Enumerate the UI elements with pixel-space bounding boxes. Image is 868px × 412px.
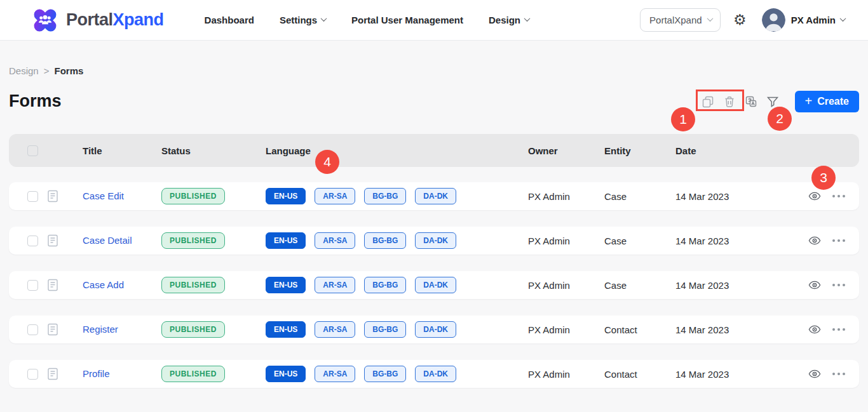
row-checkbox[interactable] [27,369,38,380]
filter-icon[interactable] [766,95,779,108]
chevron-down-icon [321,15,327,22]
entity-cell: Case [596,280,667,291]
breadcrumb-forms: Forms [54,65,83,76]
language-chip[interactable]: AR-SA [315,366,355,382]
table-row: Case Edit PUBLISHED EN-USAR-SABG-BGDA-DK… [9,182,859,210]
status-badge: PUBLISHED [161,277,225,293]
row-actions-menu[interactable] [832,373,845,375]
gear-icon[interactable]: ⚙ [733,13,747,27]
navbar-right: PortalXpand ⚙ PX Admin [640,8,845,32]
chevron-down-icon [524,15,531,22]
language-chip[interactable]: EN-US [266,277,306,293]
title-row: Forms [9,90,859,113]
form-title-link[interactable]: Case Add [83,279,124,290]
language-chips: EN-USAR-SABG-BGDA-DK [266,188,520,204]
document-icon [47,368,58,380]
owner-cell: PX Admin [520,191,596,202]
row-checkbox[interactable] [27,280,38,291]
table-row: Profile PUBLISHED EN-USAR-SABG-BGDA-DK P… [9,360,859,388]
entity-cell: Contact [596,324,667,335]
form-title-link[interactable]: Case Detail [83,235,132,246]
status-badge: PUBLISHED [161,188,225,204]
owner-cell: PX Admin [520,236,596,246]
entity-cell: Case [596,191,667,202]
language-chip[interactable]: BG-BG [364,366,406,382]
portal-select-value: PortalXpand [649,15,702,25]
language-chip[interactable]: BG-BG [364,188,406,204]
language-chip[interactable]: DA-DK [415,366,456,382]
translate-icon[interactable] [745,95,757,108]
column-header-status[interactable]: Status [161,145,266,156]
language-chip[interactable]: DA-DK [415,321,456,338]
language-chip[interactable]: BG-BG [364,232,406,249]
nav-item-portal-user-management[interactable]: Portal User Management [351,15,463,25]
nav-item-settings[interactable]: Settings [280,15,326,25]
plus-icon: + [805,95,813,107]
breadcrumb: Design > Forms [9,65,859,76]
language-chips: EN-USAR-SABG-BGDA-DK [266,277,520,293]
column-header-language[interactable]: Language [266,145,520,156]
eye-icon[interactable] [808,279,821,291]
top-navbar: PortalXpand Dashboard Settings Portal Us… [0,0,868,41]
language-chip[interactable]: EN-US [266,232,306,249]
eye-icon[interactable] [808,190,821,203]
row-actions-menu[interactable] [832,239,845,242]
entity-cell: Contact [596,369,667,380]
chevron-down-icon [707,15,714,22]
table-row: Register PUBLISHED EN-USAR-SABG-BGDA-DK … [9,316,859,343]
language-chip[interactable]: BG-BG [364,321,406,338]
date-cell: 14 Mar 2023 [667,236,750,246]
row-checkbox[interactable] [27,236,38,246]
language-chips: EN-USAR-SABG-BGDA-DK [266,232,520,249]
language-chip[interactable]: DA-DK [415,188,456,204]
column-header-owner[interactable]: Owner [520,145,596,156]
brand-name: PortalXpand [66,10,164,30]
language-chip[interactable]: EN-US [266,321,306,338]
column-header-date[interactable]: Date [667,145,750,156]
row-checkbox[interactable] [27,324,38,335]
select-all-checkbox[interactable] [27,145,38,156]
column-header-title[interactable]: Title [74,145,161,156]
nav-item-design[interactable]: Design [489,15,529,25]
trash-icon[interactable] [723,95,736,108]
toolbar: + Create [702,91,860,112]
language-chip[interactable]: BG-BG [364,277,406,293]
status-badge: PUBLISHED [161,321,225,338]
eye-icon[interactable] [808,234,821,247]
language-chips: EN-USAR-SABG-BGDA-DK [266,366,520,382]
date-cell: 14 Mar 2023 [667,280,750,291]
entity-cell: Case [596,236,667,246]
language-chip[interactable]: EN-US [266,188,306,204]
portal-select-dropdown[interactable]: PortalXpand [640,8,721,32]
form-title-link[interactable]: Profile [83,368,110,379]
language-chips: EN-USAR-SABG-BGDA-DK [266,321,520,338]
language-chip[interactable]: DA-DK [415,277,456,293]
form-title-link[interactable]: Case Edit [83,190,124,201]
user-menu[interactable]: PX Admin [791,15,845,25]
language-chip[interactable]: DA-DK [415,232,456,249]
eye-icon[interactable] [808,323,821,336]
copy-icon[interactable] [702,95,714,108]
brand-logo[interactable]: PortalXpand [31,6,164,35]
row-actions-menu[interactable] [832,328,845,331]
row-checkbox[interactable] [27,191,38,202]
eye-icon[interactable] [808,368,821,380]
column-header-entity[interactable]: Entity [596,145,667,156]
owner-cell: PX Admin [520,369,596,380]
create-button[interactable]: + Create [795,91,860,112]
language-chip[interactable]: EN-US [266,366,306,382]
language-chip[interactable]: AR-SA [315,277,355,293]
avatar[interactable] [762,8,785,32]
main-nav: Dashboard Settings Portal User Managemen… [205,15,529,25]
date-cell: 14 Mar 2023 [667,191,750,202]
document-icon [47,234,58,247]
row-actions-menu[interactable] [832,195,845,197]
nav-item-dashboard[interactable]: Dashboard [205,15,254,25]
language-chip[interactable]: AR-SA [315,321,355,338]
language-chip[interactable]: AR-SA [315,188,355,204]
form-title-link[interactable]: Register [83,324,118,335]
row-actions-menu[interactable] [832,284,845,286]
language-chip[interactable]: AR-SA [315,232,355,249]
breadcrumb-design[interactable]: Design [9,65,39,76]
user-name-label: PX Admin [791,15,836,25]
